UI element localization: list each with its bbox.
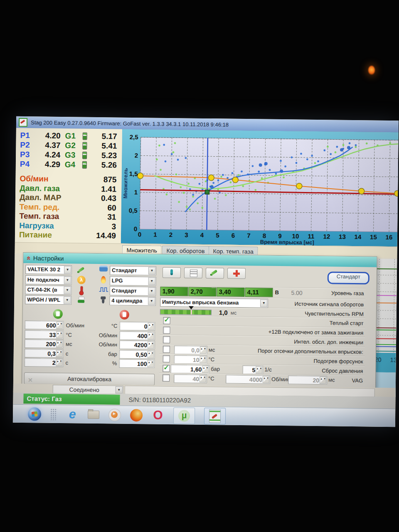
autocal-field[interactable]: 600▲ ▼ xyxy=(25,320,64,330)
numeric-field[interactable]: 40▲ ▼ xyxy=(174,374,207,383)
checkbox[interactable] xyxy=(163,336,170,343)
spinner-icon[interactable]: ▲ ▼ xyxy=(147,360,154,367)
double-chevron-up-icon[interactable]: « xyxy=(25,256,33,260)
spinner-icon[interactable]: ▲ ▼ xyxy=(148,323,154,330)
numeric-field[interactable]: 5▲ ▼ xyxy=(242,365,263,374)
rpm-sensitivity-slider[interactable] xyxy=(160,309,212,315)
spinner-icon[interactable]: ▲ ▼ xyxy=(56,331,63,338)
checkbox[interactable] xyxy=(163,365,170,372)
config-dropdown-1[interactable]: Не подключ▼ xyxy=(25,275,72,285)
stag-app-icon[interactable] xyxy=(209,409,221,423)
petrol-injector-button[interactable] xyxy=(206,268,224,278)
numeric-field[interactable]: 20▲ ▼ xyxy=(288,375,327,384)
numeric-field[interactable]: 1,60▲ ▼ xyxy=(170,365,209,374)
chevron-down-icon[interactable]: ▼ xyxy=(116,387,123,394)
map-point-marker[interactable] xyxy=(232,177,238,183)
config-dropdown-3[interactable]: WPGH / WPL▼ xyxy=(25,295,71,305)
map-point-marker[interactable] xyxy=(208,175,214,181)
spinner-icon[interactable]: ▲ ▼ xyxy=(148,341,154,348)
checkbox[interactable] xyxy=(163,374,170,382)
autocal-field[interactable]: 400▲ ▼ xyxy=(119,331,155,340)
utorrent-icon[interactable] xyxy=(178,410,190,421)
autocal-field[interactable]: 0,3▲ ▼ xyxy=(25,349,64,358)
signal-pulses-icon xyxy=(99,286,107,294)
stag-app-taskbar-button[interactable] xyxy=(204,407,226,424)
chevron-down-icon[interactable]: ▼ xyxy=(148,287,155,295)
config-dropdown-mid-0[interactable]: Стандарт▼ xyxy=(110,266,156,275)
checkbox[interactable] xyxy=(163,355,170,362)
chevron-down-icon[interactable]: ▼ xyxy=(64,266,71,273)
numeric-field[interactable]: 10▲ ▼ xyxy=(174,355,207,364)
checkbox[interactable] xyxy=(163,327,170,334)
parameter-label: Питание xyxy=(19,230,52,240)
chevron-down-icon[interactable]: ▼ xyxy=(148,277,155,285)
spinner-icon[interactable]: ▲ ▼ xyxy=(56,322,63,329)
media-player-icon[interactable] xyxy=(108,409,121,421)
multiplier-chart-svg[interactable]: 00,511,522,5012345678910111213141516Врем… xyxy=(121,129,399,247)
autocal-field[interactable]: 0▲ ▼ xyxy=(119,322,155,331)
chevron-down-icon[interactable]: ▼ xyxy=(260,299,267,307)
chevron-down-icon[interactable]: ▼ xyxy=(64,276,71,284)
autocal-value: 600 xyxy=(46,322,56,329)
chevron-down-icon[interactable]: ▼ xyxy=(148,267,155,274)
autocal-field[interactable]: 200▲ ▼ xyxy=(25,339,64,348)
autocal-field[interactable]: 33▲ ▼ xyxy=(25,330,64,339)
checkbox[interactable] xyxy=(163,317,170,324)
autocal-field[interactable]: 4200▲ ▼ xyxy=(119,340,155,350)
config-dropdown-value: VALTEK 30 2 xyxy=(27,266,60,273)
autocal-field[interactable]: 0,50▲ ▼ xyxy=(119,350,155,359)
report-button[interactable] xyxy=(184,267,202,278)
autocal-field[interactable]: 100▲ ▼ xyxy=(119,359,155,368)
windows-start-icon[interactable] xyxy=(28,407,41,421)
config-dropdown-mid-2[interactable]: Стандарт▼ xyxy=(109,286,156,296)
map-point-marker[interactable] xyxy=(394,190,399,196)
spinner-icon[interactable]: ▲ ▼ xyxy=(148,351,154,358)
slider-pointer-icon[interactable] xyxy=(189,306,194,310)
gas-level-field-4[interactable]: 4,11 xyxy=(245,288,273,297)
gas-injectors-button[interactable] xyxy=(163,267,181,278)
map-point-marker[interactable] xyxy=(296,183,302,189)
parameter-label: Об/мин xyxy=(20,174,48,184)
numeric-field[interactable]: 0,0▲ ▼ xyxy=(174,345,207,355)
spinner-icon[interactable]: ▲ ▼ xyxy=(263,376,269,383)
gas-level-value: 4,11 xyxy=(247,288,259,296)
config-dropdown-mid-1[interactable]: LPG▼ xyxy=(110,276,156,286)
folder-icon[interactable] xyxy=(88,410,99,419)
multiplier-chart[interactable]: 00,511,522,5012345678910111213141516Врем… xyxy=(121,129,399,247)
opera-icon[interactable] xyxy=(152,409,164,422)
spinner-icon[interactable]: ▲ ▼ xyxy=(200,356,206,363)
chevron-down-icon[interactable]: ▼ xyxy=(64,296,71,304)
autocal-field[interactable]: 2▲ ▼ xyxy=(24,358,63,367)
spinner-icon[interactable]: ▲ ▼ xyxy=(200,347,207,354)
config-dropdown-mid-3[interactable]: 4 цилиндра▼ xyxy=(109,296,156,305)
dots-grid-icon[interactable] xyxy=(50,408,57,420)
rpm-source-dropdown[interactable]: Импульсы впрыска бензина ▼ xyxy=(160,298,268,308)
spinner-icon[interactable]: ▲ ▼ xyxy=(320,377,326,384)
spinner-icon[interactable]: ▲ ▼ xyxy=(56,350,63,357)
gas-level-field-1[interactable]: 1,90 xyxy=(160,287,188,296)
standard-preset-button[interactable]: Стандарт xyxy=(328,271,369,284)
spinner-icon[interactable]: ▲ ▼ xyxy=(202,366,209,373)
chevron-down-icon[interactable]: ▼ xyxy=(64,286,71,294)
gas-level-field-3[interactable]: 3,40 xyxy=(217,287,244,297)
injector-times-row: P24.37G25.41 xyxy=(16,140,122,151)
chevron-down-icon[interactable]: ▼ xyxy=(148,297,155,305)
gas-level-field-2[interactable]: 2,70 xyxy=(188,287,216,297)
spinner-icon[interactable]: ▲ ▼ xyxy=(56,359,62,366)
utorrent-taskbar-button[interactable] xyxy=(173,407,195,424)
checkbox[interactable] xyxy=(163,346,170,353)
emergency-button[interactable] xyxy=(227,268,246,279)
spinner-icon[interactable]: ▲ ▼ xyxy=(56,340,63,347)
field-unit: мс xyxy=(328,377,335,383)
firefox-icon[interactable] xyxy=(130,409,143,421)
spinner-icon[interactable]: ▲ ▼ xyxy=(200,375,206,382)
internet-explorer-icon[interactable] xyxy=(66,408,79,421)
spinner-icon[interactable]: ▲ ▼ xyxy=(148,332,154,339)
emergency-icon xyxy=(233,270,240,277)
config-dropdown-2[interactable]: CT-04-2K (в▼ xyxy=(25,285,71,295)
config-dropdown-0[interactable]: VALTEK 30 2▼ xyxy=(25,265,72,274)
numeric-field[interactable]: 4000▲ ▼ xyxy=(226,375,270,384)
spinner-icon[interactable]: ▲ ▼ xyxy=(256,366,262,373)
map-point-marker[interactable] xyxy=(138,173,143,179)
map-point-marker[interactable] xyxy=(359,188,365,194)
